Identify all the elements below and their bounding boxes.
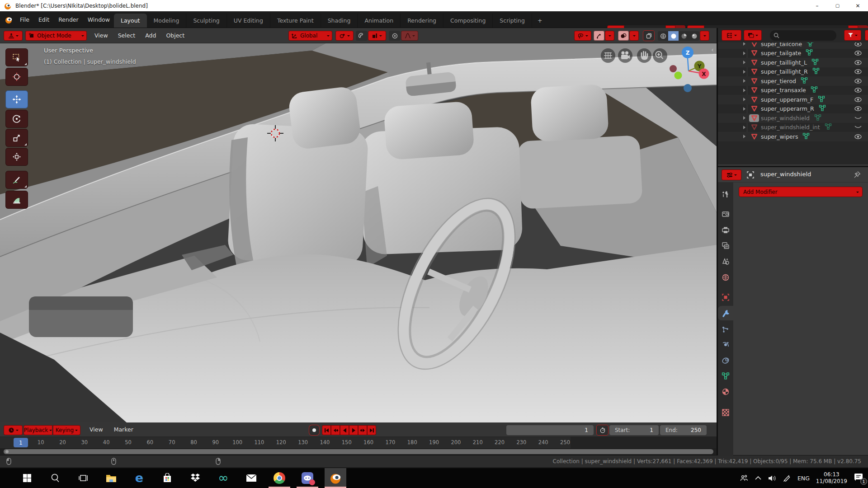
expand-arrow-icon[interactable] [743, 98, 747, 101]
tab-output[interactable] [718, 223, 733, 237]
visibility-eye-icon[interactable] [854, 125, 862, 129]
timeline-scrollbar-handle[interactable] [4, 449, 713, 454]
jump-to-end-button[interactable] [367, 425, 376, 435]
start-frame-field[interactable]: Start:1 [609, 425, 659, 435]
expand-arrow-icon[interactable] [743, 107, 747, 111]
add-modifier-button[interactable]: Add Modifier [739, 187, 863, 197]
expand-arrow-icon[interactable] [743, 61, 747, 64]
workspace-tab[interactable]: Scripting [493, 14, 532, 28]
action-center-icon[interactable]: 1 [854, 473, 865, 483]
pivot-point-dropdown[interactable] [335, 31, 354, 41]
menu-item[interactable]: Edit [34, 16, 54, 23]
gizmos-toggle[interactable] [594, 31, 604, 41]
tool-cursor[interactable] [5, 68, 28, 86]
timeline-menu-item[interactable]: View [84, 426, 108, 433]
tool-transform[interactable] [5, 148, 28, 166]
mesh-object-icon[interactable] [749, 42, 759, 48]
volume-icon[interactable] [768, 475, 777, 482]
tab-particles[interactable] [718, 323, 733, 337]
record-button[interactable] [309, 425, 319, 435]
timeline-menu-item[interactable]: Marker [108, 426, 139, 433]
outliner-row[interactable]: super_upperarm_R [718, 104, 868, 114]
expand-arrow-icon[interactable] [743, 52, 747, 55]
outliner-row[interactable]: super_taillight_L [718, 58, 868, 67]
properties-editor-type-dropdown[interactable] [722, 169, 741, 180]
headrest-left[interactable] [288, 85, 362, 150]
workspace-tab[interactable]: Texture Paint [270, 14, 321, 28]
expand-arrow-icon[interactable] [743, 70, 747, 74]
visibility-eye-icon[interactable] [854, 106, 862, 111]
visibility-eye-icon[interactable] [854, 97, 862, 102]
mesh-object-icon[interactable] [749, 77, 759, 85]
tab-texture[interactable] [718, 405, 733, 420]
outliner-row[interactable]: super_taillight_R [718, 67, 868, 77]
tool-annotate[interactable] [5, 171, 28, 189]
tray-clock[interactable]: 06:13 11/08/2019 [816, 471, 847, 485]
zoom-icon[interactable] [653, 48, 667, 63]
overlays-dropdown[interactable] [629, 31, 639, 41]
tab-world[interactable] [718, 270, 733, 285]
start-button[interactable] [16, 468, 38, 488]
tab-material[interactable] [718, 385, 733, 399]
search-icon[interactable] [44, 468, 66, 488]
viewport-menu-item[interactable]: Select [113, 32, 141, 39]
infinity-app-icon[interactable]: ∞ [212, 468, 234, 488]
editor-type-dropdown[interactable] [4, 31, 23, 41]
headrest-center[interactable] [383, 101, 475, 160]
discord-icon[interactable] [297, 468, 318, 488]
new-collection-button[interactable] [865, 30, 868, 41]
outliner-row[interactable]: super_tailgate [718, 49, 868, 58]
shading-rendered-button[interactable] [689, 31, 699, 41]
minimize-button[interactable]: – [807, 0, 827, 11]
workspace-tab[interactable]: UV Editing [227, 14, 270, 28]
expand-arrow-icon[interactable] [743, 135, 747, 138]
outliner-row[interactable]: super_transaxle [718, 86, 868, 95]
object-name[interactable]: super_wipers [761, 133, 798, 140]
blender-taskbar-icon[interactable] [325, 468, 346, 488]
viewport-3d[interactable]: Z Y X ‹ User Perspective (1) Collection … [0, 43, 717, 422]
object-name[interactable]: super_taillight_R [761, 68, 808, 75]
tool-rotate[interactable] [5, 110, 28, 128]
snap-settings-dropdown[interactable] [368, 31, 386, 41]
visibility-eye-icon[interactable] [854, 134, 862, 139]
sidebar-collapse-arrow[interactable]: ‹ [711, 46, 714, 53]
workspace-tab[interactable]: + [532, 14, 547, 28]
outliner-editor-type-dropdown[interactable] [722, 30, 741, 41]
menu-item[interactable]: File [15, 16, 34, 23]
workspace-tab[interactable]: Layout [114, 14, 147, 28]
mesh-object-icon[interactable] [749, 49, 759, 57]
outliner-row[interactable]: super_tierod [718, 76, 868, 86]
workspace-tab[interactable]: Sculpting [186, 14, 226, 28]
object-name[interactable]: super_tailcone [761, 42, 802, 47]
current-frame-badge[interactable]: 1 [14, 438, 28, 447]
visibility-eye-icon[interactable] [854, 60, 862, 65]
timeline-editor-type-dropdown[interactable] [4, 425, 23, 435]
object-name[interactable]: super_transaxle [761, 87, 806, 94]
tab-object-data[interactable] [718, 369, 733, 383]
mesh-object-icon[interactable] [749, 96, 759, 103]
visibility-eye-icon[interactable] [854, 42, 862, 47]
snap-toggle[interactable] [356, 31, 368, 41]
object-name[interactable]: super_taillight_L [761, 59, 807, 66]
tool-move[interactable] [5, 90, 28, 108]
people-icon[interactable] [740, 475, 748, 482]
end-frame-field[interactable]: End:250 [660, 425, 707, 435]
pin-icon[interactable] [853, 171, 861, 178]
mesh-object-icon[interactable] [749, 86, 759, 94]
shading-dropdown[interactable] [700, 31, 709, 41]
tab-view-layer[interactable] [718, 239, 733, 253]
viewport-menu-item[interactable]: Add [140, 32, 161, 39]
workspace-tab[interactable]: Shading [321, 14, 358, 28]
visibility-eye-icon[interactable] [854, 79, 862, 84]
outliner-row[interactable]: super_windshield_int [718, 123, 868, 132]
next-keyframe-button[interactable] [358, 425, 367, 435]
shading-wireframe-button[interactable] [658, 31, 668, 41]
tab-render[interactable] [718, 207, 733, 221]
keying-menu[interactable]: Keying [53, 425, 80, 435]
visibility-dropdown[interactable] [574, 31, 591, 41]
proportional-falloff-dropdown[interactable] [401, 31, 418, 41]
maximize-button[interactable]: ▢ [827, 0, 848, 11]
outliner-display-mode-dropdown[interactable] [744, 30, 762, 41]
task-view-icon[interactable] [72, 468, 94, 488]
outliner-filter-dropdown[interactable] [844, 30, 861, 41]
